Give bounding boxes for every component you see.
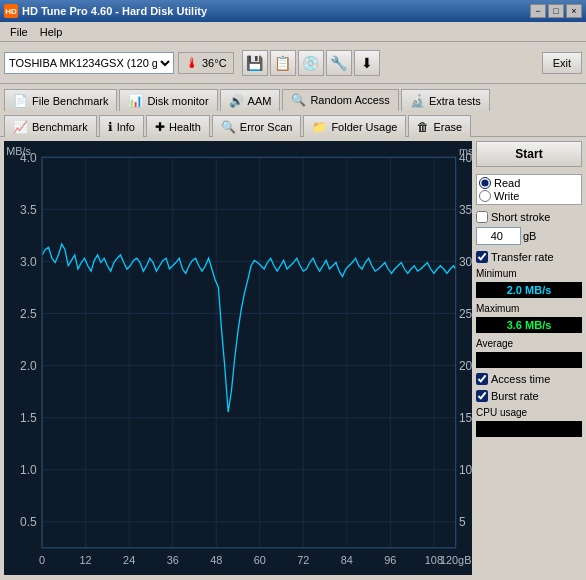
menu-file[interactable]: File — [4, 24, 34, 40]
start-button[interactable]: Start — [476, 141, 582, 167]
tab-aam-label: AAM — [248, 95, 272, 107]
svg-text:72: 72 — [297, 554, 309, 566]
transfer-rate-row[interactable]: Transfer rate — [476, 251, 582, 263]
tab-error-scan-label: Error Scan — [240, 121, 293, 133]
tabs-row1: 📄 File Benchmark 📊 Disk monitor 🔊 AAM 🔍 … — [0, 84, 586, 110]
transfer-rate-label: Transfer rate — [491, 251, 554, 263]
toolbar-buttons: 💾 📋 💿 🔧 ⬇ — [242, 50, 380, 76]
minimize-button[interactable]: − — [530, 4, 546, 18]
close-button[interactable]: × — [566, 4, 582, 18]
tab-random-access[interactable]: 🔍 Random Access — [282, 89, 398, 111]
cpu-usage-value — [476, 421, 582, 437]
tab-aam[interactable]: 🔊 AAM — [220, 89, 281, 111]
title-label: HD Tune Pro 4.60 - Hard Disk Utility — [22, 5, 207, 17]
toolbar-btn-3[interactable]: 💿 — [298, 50, 324, 76]
write-radio-row[interactable]: Write — [479, 190, 579, 202]
minimum-value: 2.0 MB/s — [476, 282, 582, 298]
svg-text:2.5: 2.5 — [20, 307, 37, 321]
svg-text:0: 0 — [39, 554, 45, 566]
error-scan-icon: 🔍 — [221, 120, 236, 134]
tab-erase-label: Erase — [433, 121, 462, 133]
tab-folder-usage[interactable]: 📁 Folder Usage — [303, 115, 406, 137]
aam-icon: 🔊 — [229, 94, 244, 108]
tab-folder-usage-label: Folder Usage — [331, 121, 397, 133]
tab-extra-tests-label: Extra tests — [429, 95, 481, 107]
access-time-checkbox[interactable] — [476, 373, 488, 385]
thermometer-icon: 🌡 — [185, 55, 199, 71]
file-benchmark-icon: 📄 — [13, 94, 28, 108]
title-bar: HD HD Tune Pro 4.60 - Hard Disk Utility … — [0, 0, 586, 22]
svg-text:3.5: 3.5 — [20, 203, 37, 217]
toolbar-btn-1[interactable]: 💾 — [242, 50, 268, 76]
svg-text:25: 25 — [459, 307, 472, 321]
transfer-rate-checkbox[interactable] — [476, 251, 488, 263]
tab-erase[interactable]: 🗑 Erase — [408, 115, 471, 137]
tab-benchmark[interactable]: 📈 Benchmark — [4, 115, 97, 137]
tab-disk-monitor-label: Disk monitor — [147, 95, 208, 107]
svg-text:MB/s: MB/s — [6, 145, 31, 157]
burst-rate-label: Burst rate — [491, 390, 539, 402]
burst-rate-row[interactable]: Burst rate — [476, 390, 582, 402]
svg-text:36: 36 — [167, 554, 179, 566]
toolbar: TOSHIBA MK1234GSX (120 gB) 🌡 36°C 💾 📋 💿 … — [0, 42, 586, 84]
svg-text:120gB: 120gB — [440, 554, 471, 566]
spinbox-unit: gB — [523, 230, 536, 242]
maximum-value: 3.6 MB/s — [476, 317, 582, 333]
benchmark-icon: 📈 — [13, 120, 28, 134]
svg-text:3.0: 3.0 — [20, 255, 37, 269]
write-radio[interactable] — [479, 190, 491, 202]
svg-text:ms: ms — [459, 145, 472, 157]
average-label: Average — [476, 338, 582, 349]
average-value — [476, 352, 582, 368]
svg-text:1.5: 1.5 — [20, 411, 37, 425]
tab-info[interactable]: ℹ Info — [99, 115, 144, 137]
svg-text:10: 10 — [459, 463, 472, 477]
read-label: Read — [494, 177, 520, 189]
disk-monitor-icon: 📊 — [128, 94, 143, 108]
menu-bar: File Help — [0, 22, 586, 42]
app-icon: HD — [4, 4, 18, 18]
svg-text:35: 35 — [459, 203, 472, 217]
title-controls: − □ × — [530, 4, 582, 18]
svg-text:12: 12 — [80, 554, 92, 566]
tab-error-scan[interactable]: 🔍 Error Scan — [212, 115, 302, 137]
main-content: 4.0 3.5 3.0 2.5 2.0 1.5 1.0 0.5 MB/s 40 … — [0, 136, 586, 579]
tab-health[interactable]: ✚ Health — [146, 115, 210, 137]
menu-help[interactable]: Help — [34, 24, 69, 40]
tabs-row2: 📈 Benchmark ℹ Info ✚ Health 🔍 Error Scan… — [0, 110, 586, 136]
write-label: Write — [494, 190, 519, 202]
read-write-group: Read Write — [476, 174, 582, 205]
temperature-display: 🌡 36°C — [178, 52, 234, 74]
tab-file-benchmark[interactable]: 📄 File Benchmark — [4, 89, 117, 111]
tab-disk-monitor[interactable]: 📊 Disk monitor — [119, 89, 217, 111]
temperature-value: 36°C — [202, 57, 227, 69]
access-time-label: Access time — [491, 373, 550, 385]
read-radio-row[interactable]: Read — [479, 177, 579, 189]
toolbar-btn-5[interactable]: ⬇ — [354, 50, 380, 76]
short-stroke-spinbox[interactable] — [476, 227, 521, 245]
short-stroke-row[interactable]: Short stroke — [476, 211, 582, 223]
burst-rate-checkbox[interactable] — [476, 390, 488, 402]
svg-text:15: 15 — [459, 411, 472, 425]
maximize-button[interactable]: □ — [548, 4, 564, 18]
toolbar-btn-2[interactable]: 📋 — [270, 50, 296, 76]
short-stroke-checkbox[interactable] — [476, 211, 488, 223]
svg-text:96: 96 — [384, 554, 396, 566]
tab-benchmark-label: Benchmark — [32, 121, 88, 133]
read-radio[interactable] — [479, 177, 491, 189]
minimum-label: Minimum — [476, 268, 582, 279]
tab-extra-tests[interactable]: 🔬 Extra tests — [401, 89, 490, 111]
svg-text:20: 20 — [459, 359, 472, 373]
chart-area: 4.0 3.5 3.0 2.5 2.0 1.5 1.0 0.5 MB/s 40 … — [4, 141, 472, 575]
toolbar-btn-4[interactable]: 🔧 — [326, 50, 352, 76]
spinbox-row: gB — [476, 227, 582, 245]
access-time-row[interactable]: Access time — [476, 373, 582, 385]
drive-select[interactable]: TOSHIBA MK1234GSX (120 gB) — [4, 52, 174, 74]
svg-text:84: 84 — [341, 554, 353, 566]
tab-file-benchmark-label: File Benchmark — [32, 95, 108, 107]
chart-svg: 4.0 3.5 3.0 2.5 2.0 1.5 1.0 0.5 MB/s 40 … — [4, 141, 472, 575]
info-icon: ℹ — [108, 120, 113, 134]
svg-text:0.5: 0.5 — [20, 515, 37, 529]
cpu-usage-label: CPU usage — [476, 407, 582, 418]
exit-button[interactable]: Exit — [542, 52, 582, 74]
